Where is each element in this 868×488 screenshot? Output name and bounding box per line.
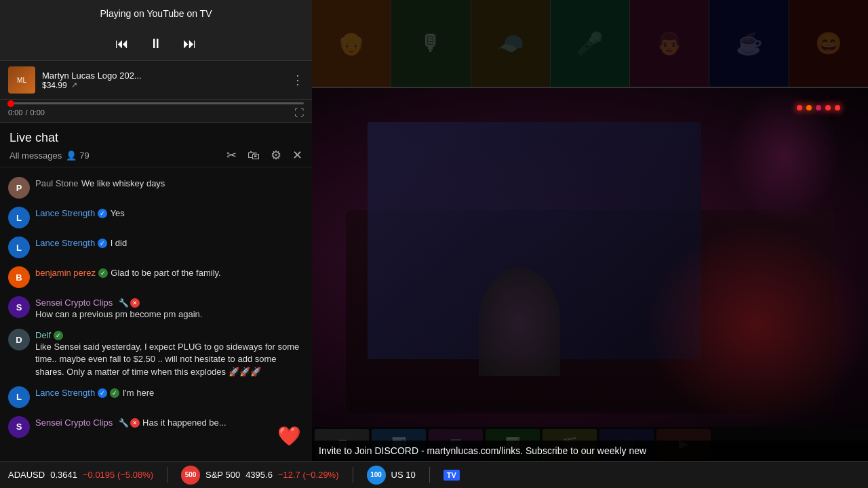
list-item: S Sensei Crypto Clips 🔧✕ Has it happened… — [0, 412, 312, 442]
member-badge: ✓ — [54, 331, 63, 340]
chat-text: Yes — [111, 208, 125, 218]
avatar: B — [8, 266, 30, 288]
stocks-ticker: ADAUSD 0.3641 −0.0195 (−5.08%) 500 S&P 5… — [0, 461, 868, 488]
now-playing-info: Martyn Lucas Logo 202... $34.99 ↗ — [42, 70, 285, 90]
scissors-icon[interactable]: ✂ — [226, 148, 237, 163]
live-chat-title: Live chat — [9, 131, 302, 145]
right-panel: 👴 🎙 🧢 🎤 👨 ☕ 😄 — [312, 0, 868, 488]
chat-text: How can a previous pm become pm again. — [35, 308, 304, 321]
username: Paul Stone — [35, 178, 79, 188]
main-video-area[interactable] — [312, 88, 868, 427]
studio-light — [806, 105, 812, 110]
progress-area: 0:00 / 0:00 ⛶ — [0, 100, 312, 123]
studio-light — [797, 105, 802, 110]
divider — [353, 467, 353, 483]
divider — [167, 467, 167, 483]
chat-content: Sensei Crypto Clips 🔧✕ How can a previou… — [35, 296, 304, 321]
studio-light — [835, 105, 840, 110]
chat-header: Live chat All messages 👤 79 ✂ 🛍 ⚙ ✕ — [0, 123, 312, 167]
now-playing-price: $34.99 ↗ — [42, 81, 285, 90]
thumbnail-item[interactable]: 👴 — [312, 0, 391, 87]
top-bar: Playing on YouTube on TV — [0, 0, 312, 27]
username: benjamin perez — [35, 268, 96, 278]
tradingview-logo: TV — [443, 470, 460, 481]
more-options-button[interactable]: ⋮ — [292, 73, 304, 87]
total-time: 0:00 — [30, 108, 44, 117]
username: Sensei Crypto Clips — [35, 418, 113, 428]
now-playing-bar: ML Martyn Lucas Logo 202... $34.99 ↗ ⋮ — [0, 61, 312, 100]
progress-bar-track[interactable] — [8, 102, 304, 104]
chat-text: Glad to be part of the family. — [111, 268, 220, 278]
stock-price: 0.3641 — [50, 470, 77, 480]
sp500-badge: 500 — [181, 466, 200, 485]
left-panel: Playing on YouTube on TV ⏮ ⏸ ⏭ ML Martyn… — [0, 0, 312, 488]
chat-text: Like Sensei said yesterday, I expect PLU… — [35, 341, 304, 378]
stock-name: US 10 — [391, 470, 416, 480]
thumbnail-item[interactable]: 🎤 — [551, 0, 630, 87]
chat-content: Delf✓ Like Sensei said yesterday, I expe… — [35, 329, 304, 378]
stock-change: −0.0195 (−5.08%) — [83, 470, 153, 480]
member-badge: ✓ — [98, 388, 107, 398]
sub-badge: ✓ — [110, 388, 119, 398]
studio-scene — [312, 88, 868, 427]
stock-change: −12.7 (−0.29%) — [278, 470, 339, 480]
chat-content: Lance Strength✓ Yes — [35, 207, 304, 220]
thumbnail-item[interactable]: 🎙 — [391, 0, 471, 87]
stock-price: 4395.6 — [245, 470, 273, 480]
thumbnail-item[interactable]: ☕ — [709, 0, 789, 87]
studio-light — [816, 105, 821, 110]
chat-content: Paul Stone We like whiskey days — [35, 177, 304, 190]
avatar: P — [8, 177, 30, 199]
mod-badge: ✕ — [130, 418, 140, 428]
viewer-count: 👤 79 — [66, 150, 89, 161]
pause-button[interactable]: ⏸ — [149, 36, 163, 52]
avatar: L — [8, 386, 30, 408]
thumbnail-item[interactable]: 👨 — [630, 0, 709, 87]
current-time: 0:00 — [8, 108, 22, 117]
all-messages-label[interactable]: All messages 👤 79 — [9, 150, 90, 161]
wrench-icon: 🔧 — [119, 418, 129, 428]
studio-person — [479, 268, 560, 376]
studio-lights — [797, 105, 840, 110]
stock-item-ada: ADAUSD 0.3641 −0.0195 (−5.08%) — [8, 470, 153, 480]
thumbnails-row: 👴 🎙 🧢 🎤 👨 ☕ 😄 — [312, 0, 868, 88]
now-playing-thumbnail: ML — [8, 66, 35, 94]
stock-name: S&P 500 — [205, 470, 240, 480]
avatar: D — [8, 329, 30, 350]
settings-icon[interactable]: ⚙ — [271, 148, 281, 163]
member-badge: ✓ — [98, 268, 108, 278]
thumbnail-item[interactable]: 😄 — [789, 0, 868, 87]
us10-badge: 100 — [367, 466, 386, 485]
progress-dot — [7, 100, 14, 107]
chat-content: benjamin perez✓ Glad to be part of the f… — [35, 266, 304, 279]
chat-text: Has it happened be... — [142, 418, 226, 428]
username: Lance Strength — [35, 388, 95, 398]
top-bar-title: Playing on YouTube on TV — [100, 8, 212, 19]
list-item: L Lance Strength✓ I did — [0, 232, 312, 262]
studio-light — [825, 105, 831, 110]
discord-text: Invite to Join DISCORD - martynlucas.com… — [319, 445, 646, 456]
thumbnail-item[interactable]: 🧢 — [471, 0, 551, 87]
close-icon[interactable]: ✕ — [292, 148, 302, 163]
next-button[interactable]: ⏭ — [183, 36, 197, 52]
list-item: P Paul Stone We like whiskey days — [0, 173, 312, 203]
stock-item-sp500: 500 S&P 500 4395.6 −12.7 (−0.29%) — [181, 466, 338, 485]
player-controls: ⏮ ⏸ ⏭ — [0, 27, 312, 61]
chat-content: Lance Strength✓✓ I'm here — [35, 386, 304, 399]
chat-text: We like whiskey days — [81, 178, 165, 188]
bag-icon[interactable]: 🛍 — [248, 148, 260, 163]
avatar: S — [8, 416, 30, 438]
chat-text: I'm here — [123, 388, 155, 398]
list-item: L Lance Strength✓ Yes — [0, 203, 312, 232]
now-playing-title: Martyn Lucas Logo 202... — [42, 70, 285, 81]
member-badge: ✓ — [98, 209, 107, 218]
prev-button[interactable]: ⏮ — [115, 36, 129, 52]
member-badge: ✓ — [98, 239, 107, 248]
fullscreen-button[interactable]: ⛶ — [294, 107, 304, 118]
username: Sensei Crypto Clips — [35, 298, 113, 308]
list-item: S Sensei Crypto Clips 🔧✕ How can a previ… — [0, 292, 312, 325]
stock-item-us10: 100 US 10 — [367, 466, 416, 485]
external-link-icon[interactable]: ↗ — [71, 81, 77, 89]
chat-subheader: All messages 👤 79 ✂ 🛍 ⚙ ✕ — [9, 148, 302, 163]
tradingview-logo-item: TV — [443, 470, 460, 481]
